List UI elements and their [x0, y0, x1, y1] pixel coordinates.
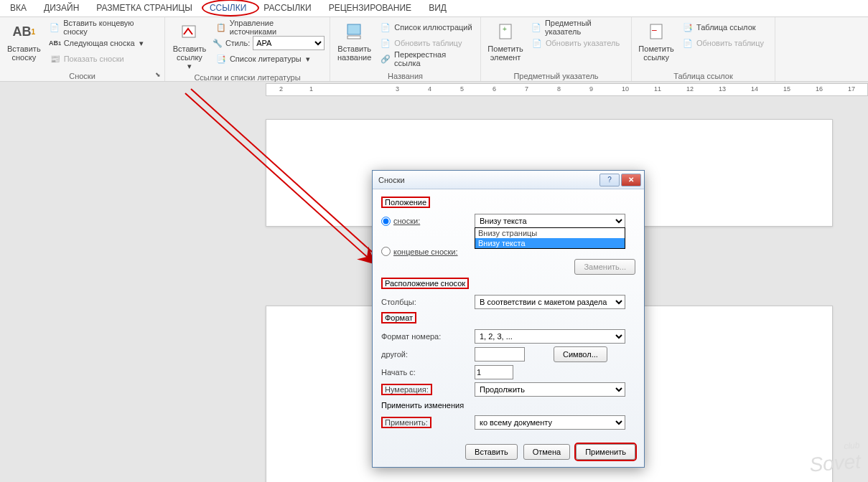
svg-text:–: –: [652, 25, 657, 35]
style-label: Стиль:: [225, 39, 250, 47]
insert-citation-button[interactable]: Вставить ссылку▾: [169, 19, 210, 72]
footnote-icon: AB1: [12, 20, 35, 43]
columns-select[interactable]: В соответствии с макетом раздела: [475, 295, 625, 309]
footnotes-radio-label[interactable]: сноски:: [381, 217, 475, 226]
update-icon: 📄: [380, 37, 391, 49]
cross-ref-icon: 🔗: [380, 53, 391, 65]
citation-icon: [178, 20, 201, 43]
bibliography-button[interactable]: 📑 Список литературы▾: [213, 52, 325, 66]
insert-index-button[interactable]: 📄 Предметный указатель: [528, 20, 627, 34]
insert-button[interactable]: Вставить: [465, 444, 518, 460]
ruler-area: 2 1 3 4 5 6 7 8 9 10 11 12 13 14 15 16 1…: [0, 82, 868, 98]
ribbon-tabs: ВКА ДИЗАЙН РАЗМЕТКА СТРАНИЦЫ ССЫЛКИ РАСС…: [0, 0, 868, 17]
svg-rect-2: [347, 36, 360, 39]
update-index-icon: 📄: [531, 37, 543, 49]
apply-to-label: Применить:: [381, 417, 431, 428]
tab-references[interactable]: ССЫЛКИ: [201, 0, 255, 16]
numbering-select[interactable]: Продолжить: [475, 382, 625, 397]
footnotes-dialog-launcher[interactable]: ⬊: [153, 70, 163, 80]
apply-to-select[interactable]: ко всему документу: [475, 415, 625, 430]
update-index-button[interactable]: 📄 Обновить указатель: [528, 36, 627, 50]
svg-text:+: +: [503, 25, 507, 33]
footnote-position-select[interactable]: Внизу текста: [475, 214, 625, 228]
endnote-icon: 📄: [50, 22, 61, 33]
tab-mailings[interactable]: РАССЫЛКИ: [255, 0, 319, 16]
group-authorities: – Пометить ссылку 📑 Таблица ссылок 📄 Обн…: [632, 17, 775, 81]
symbol-button[interactable]: Символ...: [554, 346, 607, 362]
number-format-select[interactable]: 1, 2, 3, ...: [475, 329, 625, 344]
section-format: Формат: [381, 312, 416, 323]
insert-footnote-button[interactable]: AB1 Вставить сноску: [4, 19, 44, 70]
endnotes-radio[interactable]: [381, 247, 391, 256]
dropdown-option[interactable]: Внизу страницы: [475, 228, 625, 238]
mark-entry-icon: +: [494, 20, 517, 43]
mark-citation-icon: –: [645, 20, 668, 43]
citation-style-select[interactable]: APA: [253, 36, 325, 50]
ribbon: AB1 Вставить сноску 📄 Вставить концевую …: [0, 17, 868, 82]
figures-list-icon: 📄: [380, 22, 391, 33]
group-title-captions: Названия: [335, 70, 476, 81]
group-title-authorities: Таблица ссылок: [636, 70, 770, 81]
section-position: Положение: [381, 197, 430, 208]
update-authorities-button[interactable]: 📄 Обновить таблицу: [679, 36, 767, 50]
tab-partial[interactable]: ВКА: [1, 0, 35, 16]
caption-icon: [343, 20, 366, 43]
table-of-figures-button[interactable]: 📄 Список иллюстраций: [377, 20, 476, 34]
dialog-titlebar[interactable]: Сноски ? ✕: [373, 171, 644, 189]
cross-reference-button[interactable]: 🔗 Перекрестная ссылка: [377, 52, 476, 66]
authorities-icon: 📑: [682, 22, 694, 33]
dialog-title: Сноски: [375, 176, 598, 184]
index-icon: 📄: [531, 22, 542, 33]
svg-rect-0: [182, 26, 195, 37]
horizontal-ruler[interactable]: 2 1 3 4 5 6 7 8 9 10 11 12 13 14 15 16 1…: [266, 83, 868, 96]
group-footnotes: AB1 Вставить сноску 📄 Вставить концевую …: [0, 17, 165, 81]
show-notes-icon: 📰: [50, 53, 61, 65]
footnotes-dialog: Сноски ? ✕ Положение сноски: Внизу текст…: [372, 170, 645, 468]
tab-design[interactable]: ДИЗАЙН: [35, 0, 88, 16]
show-footnotes-button[interactable]: 📰 Показать сноски: [47, 52, 160, 66]
mark-entry-button[interactable]: + Пометить элемент: [485, 19, 526, 70]
group-captions: Вставить название 📄 Список иллюстраций 📄…: [330, 17, 481, 81]
section-layout: Расположение сносок: [381, 278, 469, 289]
insert-authorities-button[interactable]: 📑 Таблица ссылок: [679, 20, 767, 34]
svg-rect-1: [347, 24, 360, 34]
custom-mark-input[interactable]: [475, 347, 525, 362]
tab-review[interactable]: РЕЦЕНЗИРОВАНИЕ: [320, 0, 420, 16]
cancel-button[interactable]: Отмена: [523, 444, 570, 460]
custom-mark-label: другой:: [381, 350, 475, 359]
start-at-label: Начать с:: [381, 368, 475, 377]
footnote-position-dropdown[interactable]: Внизу страницы Внизу текста: [475, 227, 625, 249]
dialog-help-button[interactable]: ?: [599, 174, 620, 186]
group-citations: Вставить ссылку▾ 📋 Управление источникам…: [165, 17, 330, 81]
start-at-input[interactable]: [475, 365, 513, 379]
manage-sources-button[interactable]: 📋 Управление источниками: [213, 20, 325, 34]
update-auth-icon: 📄: [682, 37, 694, 49]
next-footnote-button[interactable]: AB1 Следующая сноска▾: [47, 36, 160, 50]
endnotes-radio-label[interactable]: концевые сноски:: [381, 247, 475, 256]
columns-label: Столбцы:: [381, 298, 475, 306]
group-title-index: Предметный указатель: [485, 70, 627, 81]
replace-button: Заменить...: [574, 259, 635, 275]
mark-citation-button[interactable]: – Пометить ссылку: [636, 19, 676, 70]
next-footnote-icon: AB1: [50, 37, 61, 49]
style-icon: 🔧: [213, 39, 223, 48]
tab-page-layout[interactable]: РАЗМЕТКА СТРАНИЦЫ: [88, 0, 201, 16]
bibliography-icon: 📑: [215, 53, 227, 65]
footnotes-radio[interactable]: [381, 217, 391, 226]
numbering-label: Нумерация:: [381, 384, 432, 395]
apply-button[interactable]: Применить: [576, 444, 635, 460]
insert-endnote-button[interactable]: 📄 Вставить концевую сноску: [47, 20, 160, 34]
manage-sources-icon: 📋: [215, 22, 227, 33]
tab-view[interactable]: ВИД: [420, 0, 455, 16]
number-format-label: Формат номера:: [381, 332, 475, 341]
group-index: + Пометить элемент 📄 Предметный указател…: [481, 17, 632, 81]
section-apply-changes: Применить изменения: [381, 401, 464, 410]
insert-caption-button[interactable]: Вставить название: [335, 19, 374, 70]
group-title-footnotes: Сноски: [4, 70, 160, 81]
update-table-button[interactable]: 📄 Обновить таблицу: [377, 36, 476, 50]
dialog-close-button[interactable]: ✕: [621, 174, 641, 186]
dropdown-option-selected[interactable]: Внизу текста: [475, 238, 625, 248]
